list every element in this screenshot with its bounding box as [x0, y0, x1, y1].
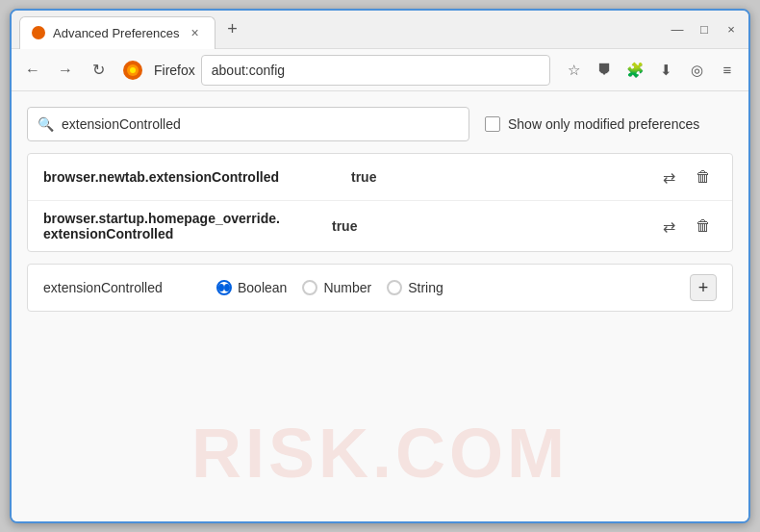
bookmark-icon[interactable]: ☆: [560, 57, 587, 84]
pref-name: browser.newtab.extensionControlled: [43, 169, 351, 185]
tab-close-button[interactable]: ×: [188, 25, 203, 40]
add-preference-button[interactable]: +: [690, 274, 717, 301]
radio-string-circle[interactable]: [387, 280, 402, 295]
pref-name-line2: extensionControlled: [43, 226, 332, 241]
radio-number-label: Number: [323, 280, 371, 295]
pref-name-line1: browser.startup.homepage_override.: [43, 211, 332, 226]
window-controls: — □ ×: [668, 20, 741, 39]
table-row: browser.newtab.extensionControlled true …: [28, 154, 732, 201]
add-preference-row: extensionControlled Boolean Number Strin…: [27, 264, 733, 312]
back-button[interactable]: ←: [19, 57, 46, 84]
nav-icons: ☆ ⛊ 🧩 ⬇ ◎ ≡: [560, 57, 741, 84]
forward-button[interactable]: →: [52, 57, 79, 84]
shield-icon[interactable]: ⛊: [591, 57, 618, 84]
browser-window: Advanced Preferences × + — □ × ← → ↻ Fir…: [10, 9, 750, 523]
pref-name-multiline: browser.startup.homepage_override. exten…: [43, 211, 332, 241]
reset-button[interactable]: ⇄: [655, 164, 682, 190]
radio-number[interactable]: Number: [302, 280, 371, 295]
title-bar: Advanced Preferences × + — □ ×: [12, 11, 748, 49]
reset-button[interactable]: ⇄: [655, 213, 682, 240]
pref-value: true: [332, 218, 655, 234]
pref-value: true: [351, 169, 655, 185]
svg-point-2: [130, 67, 136, 73]
url-bar[interactable]: about:config: [201, 55, 550, 86]
maximize-button[interactable]: □: [695, 20, 714, 39]
browser-tab[interactable]: Advanced Preferences ×: [19, 16, 215, 49]
nav-bar: ← → ↻ Firefox about:config ☆ ⛊ 🧩 ⬇ ◎ ≡: [12, 49, 748, 91]
search-row: 🔍 Show only modified preferences: [27, 107, 733, 141]
type-radio-group: Boolean Number String: [216, 280, 671, 295]
content-area: RISK.COM 🔍 Show only modified preference…: [12, 91, 748, 521]
tab-title: Advanced Preferences: [53, 26, 180, 40]
reload-button[interactable]: ↻: [85, 57, 112, 84]
search-input[interactable]: [62, 116, 459, 132]
radio-boolean[interactable]: Boolean: [216, 280, 287, 295]
show-modified-checkbox[interactable]: [485, 116, 500, 132]
search-box[interactable]: 🔍: [27, 107, 469, 141]
radio-boolean-circle[interactable]: [216, 280, 232, 295]
menu-icon[interactable]: ≡: [714, 57, 741, 84]
close-button[interactable]: ×: [722, 20, 741, 39]
delete-button[interactable]: 🗑: [690, 213, 717, 240]
firefox-label: Firefox: [154, 63, 195, 78]
extension-icon[interactable]: 🧩: [621, 57, 648, 84]
row-actions: ⇄ 🗑: [655, 213, 717, 240]
results-table: browser.newtab.extensionControlled true …: [27, 153, 733, 252]
new-pref-name: extensionControlled: [43, 280, 197, 295]
row-actions: ⇄ 🗑: [655, 164, 717, 190]
url-text: about:config: [212, 63, 285, 78]
table-row: browser.startup.homepage_override. exten…: [28, 201, 732, 251]
firefox-logo-icon: [121, 59, 144, 82]
delete-button[interactable]: 🗑: [690, 164, 717, 190]
show-modified-text: Show only modified preferences: [508, 116, 699, 132]
watermark: RISK.COM: [191, 414, 569, 493]
radio-string[interactable]: String: [387, 280, 443, 295]
download-icon[interactable]: ⬇: [652, 57, 679, 84]
radio-boolean-label: Boolean: [238, 280, 287, 295]
tab-favicon: [32, 26, 45, 39]
search-icon: 🔍: [38, 116, 54, 132]
profile-icon[interactable]: ◎: [683, 57, 710, 84]
radio-string-label: String: [408, 280, 443, 295]
radio-number-circle[interactable]: [302, 280, 317, 295]
minimize-button[interactable]: —: [668, 20, 687, 39]
new-tab-button[interactable]: +: [219, 16, 246, 43]
show-modified-label[interactable]: Show only modified preferences: [485, 116, 699, 132]
